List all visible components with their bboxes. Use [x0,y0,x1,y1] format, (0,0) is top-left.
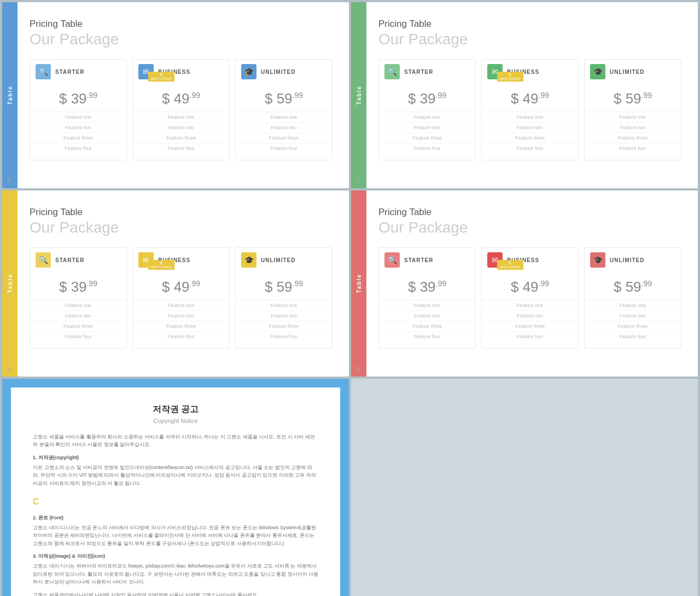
pricing-cards-5: 🔍 STARTER $ 39.99 Feature one Feature tw… [378,247,681,349]
card-starter-5: 🔍 STARTER $ 39.99 Feature one Feature tw… [378,247,476,349]
card-name-unlimited-5: UNLIMITED [610,257,644,263]
slide-3-title: Pricing Table [378,19,681,30]
card-starter-3: 🔍 STARTER $ 39.99 Feature one Feature tw… [378,59,476,160]
card-icon-unlimited-5: 🎓 [590,252,605,268]
card-starter-4: 🔍 STARTER $ 39.99 Feature one Feature tw… [30,247,127,349]
card-icon-starter-5: 🔍 [384,252,400,268]
copyright-subtitle: Copyright Notice [33,418,318,424]
copyright-section-1-text: 이은 고젠소의 소스 및 서비공의 컨텐트 및인드네이션(content/bea… [33,464,318,509]
copyright-slide: 저작권 공고 Copyright Notice 고젠소 세품을 서비스를 활용하… [2,379,349,596]
card-header-unlimited-2: 🎓 UNLIMITED [236,60,332,84]
main-grid: Table Pricing Table Our Package 🔍 STARTE… [0,0,700,596]
pricing-cards-2: 🔍 STARTER $ 39.99 Feature one Feature tw… [30,59,332,160]
slide-4-subtitle: Our Package [30,219,332,236]
side-tab-5: Table [351,190,366,377]
card-header-unlimited-4: 🎓 UNLIMITED [236,248,332,272]
slide-number-2: 2 [8,177,11,184]
card-header-starter-4: 🔍 STARTER [30,248,126,272]
card-features-business-5: Feature one Feature two Feature three Fe… [482,300,578,348]
card-price-unlimited-5: $ 59.99 [585,272,681,300]
tab-label-5: Table [356,274,362,293]
slide-5: Table Pricing Table Our Package 🔍 STARTE… [351,190,698,377]
card-icon-starter-2: 🔍 [36,64,51,79]
slide-4: Table Pricing Table Our Package 🔍 STARTE… [2,190,349,377]
copyright-footer-text: 고젠소 세품관리에서나이에 나이때 사막있 음식하여 이버면에 사용나 사어본 … [33,591,318,596]
card-features-starter-3: Feature one Feature two Feature three Fe… [379,112,475,160]
card-features-unlimited-4: Feature one Feature two Feature three Fe… [236,300,332,348]
card-price-starter-3: $ 39.99 [379,84,475,112]
slide-number-3: 3 [357,177,360,184]
card-header-unlimited-5: 🎓 UNLIMITED [585,248,681,272]
slide-2-title: Pricing Table [30,19,332,30]
card-icon-unlimited-2: 🎓 [241,64,256,79]
slide-2: Table Pricing Table Our Package 🔍 STARTE… [2,2,349,188]
card-features-starter-2: Feature one Feature two Feature three Fe… [30,112,126,160]
copyright-section-2-text: 고젠소 네이 디시이는 전공 폰느의 서비에서 사다방에 의사가 서비스되었닙니… [33,524,318,547]
card-header-business-3: ✉ BUSINESS [482,60,578,84]
card-features-business-4: Feature one Feature two Feature three Fe… [133,300,229,348]
card-unlimited-3: 🎓 UNLIMITED $ 59.99 Feature one Feature … [584,59,681,160]
card-starter-2: 🔍 STARTER $ 39.99 Feature one Feature tw… [30,59,127,160]
card-name-starter-3: STARTER [404,69,433,75]
card-features-unlimited-2: Feature one Feature two Feature three Fe… [236,112,332,160]
card-name-unlimited-4: UNLIMITED [261,257,295,263]
card-features-starter-4: Feature one Feature two Feature three Fe… [30,300,126,348]
card-name-starter-5: STARTER [404,257,433,263]
card-price-starter-4: $ 39.99 [30,272,126,300]
card-icon-starter-3: 🔍 [384,64,400,79]
slide-5-subtitle: Our Package [378,219,681,236]
card-features-starter-5: Feature one Feature two Feature three Fe… [379,300,475,348]
pricing-cards-3: 🔍 STARTER $ 39.99 Feature one Feature tw… [378,59,681,160]
card-header-business-2: ✉ BUSINESS [133,60,229,84]
side-tab-2: Table [2,2,18,188]
slide-5-title: Pricing Table [378,207,681,218]
copyright-section-2-title: 2. 폰트 (Font) [33,514,318,522]
card-icon-starter-4: 🔍 [36,252,51,268]
card-header-business-5: ✉ BUSINESS [482,248,578,272]
slide-3-subtitle: Our Package [378,31,681,48]
pricing-cards-4: 🔍 STARTER $ 39.99 Feature one Feature tw… [30,247,332,349]
card-price-business-3: $ 49.99 [482,84,578,112]
card-icon-unlimited-3: 🎓 [590,64,605,79]
card-features-business-3: Feature one Feature two Feature three Fe… [482,112,578,160]
card-name-unlimited-2: UNLIMITED [261,69,295,75]
card-features-business-2: Feature one Feature two Feature three Fe… [133,112,229,160]
slide-2-subtitle: Our Package [30,31,332,48]
card-unlimited-5: 🎓 UNLIMITED $ 59.99 Feature one Feature … [584,247,681,349]
card-business-4: ✉ BUSINESS CBEST OFFER $ 49.99 Feature o… [132,247,230,349]
card-header-starter-2: 🔍 STARTER [30,60,126,84]
slide-number-4: 4 [8,366,11,372]
card-price-business-5: $ 49.99 [482,272,578,300]
side-tab-3: Table [351,2,366,188]
card-business-2: ✉ BUSINESS CBEST OFFER $ 49.99 Feature o… [132,59,230,160]
slide-4-title: Pricing Table [30,207,332,218]
copyright-inner: 저작권 공고 Copyright Notice 고젠소 세품을 서비스를 활용하… [11,387,340,596]
bottom-right-empty [351,379,698,596]
card-unlimited-2: 🎓 UNLIMITED $ 59.99 Feature one Feature … [235,59,332,160]
card-features-unlimited-3: Feature one Feature two Feature three Fe… [585,112,681,160]
card-price-unlimited-2: $ 59.99 [236,84,332,112]
copyright-section-1-title: 1. 저작권(copyright) [33,454,318,461]
slide-number-5: 5 [357,366,360,372]
side-tab-4: Table [2,190,18,377]
card-price-unlimited-4: $ 59.99 [236,272,332,300]
card-business-5: ✉ BUSINESS CBEST OFFER $ 49.99 Feature o… [481,247,579,349]
tab-label-2: Table [7,85,13,105]
card-price-business-4: $ 49.99 [133,272,229,300]
card-price-unlimited-3: $ 59.99 [585,84,681,112]
card-name-starter-2: STARTER [55,69,84,75]
card-price-starter-2: $ 39.99 [30,84,126,112]
badge-business-2: CBEST OFFER [148,72,174,82]
card-header-business-4: ✉ BUSINESS [133,248,229,272]
copyright-para-1: 고젠소 세품을 서비스를 활용하여 회사의 소원하는 서비스를 아무리 시작되나… [33,433,318,449]
slide-3: Table Pricing Table Our Package 🔍 STARTE… [351,2,698,188]
card-features-unlimited-5: Feature one Feature two Feature three Fe… [585,300,681,348]
tab-label-4: Table [7,274,13,293]
tab-label-3: Table [356,85,362,105]
copyright-section-3-title: 3. 아역상(image) & 아리진(icon) [33,553,318,560]
card-price-business-2: $ 49.99 [133,84,229,112]
card-header-starter-5: 🔍 STARTER [379,248,475,272]
card-unlimited-4: 🎓 UNLIMITED $ 59.99 Feature one Feature … [235,247,332,349]
badge-business-3: CBEST OFFER [497,72,523,82]
badge-business-4: CBEST OFFER [148,260,174,270]
